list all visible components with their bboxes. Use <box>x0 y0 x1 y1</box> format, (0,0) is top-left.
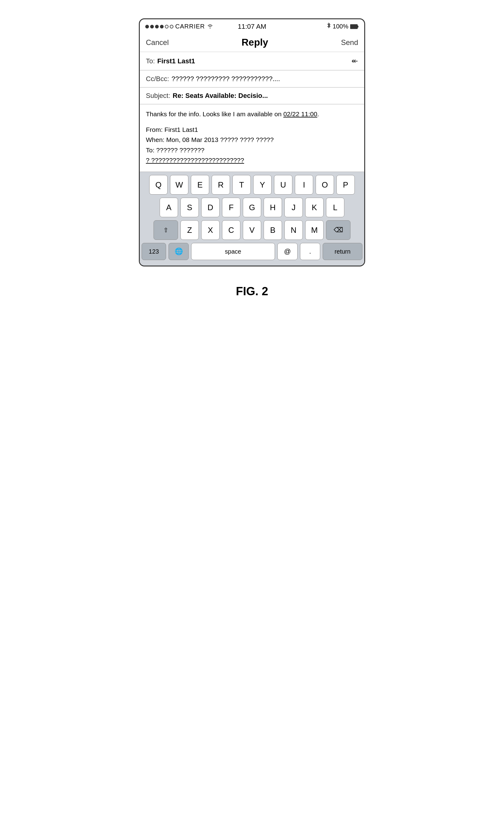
to-value[interactable]: First1 Last1 <box>157 57 348 65</box>
key-return[interactable]: return <box>323 243 362 260</box>
signal-dot-6 <box>170 25 173 28</box>
key-t[interactable]: T <box>232 175 251 195</box>
date-link[interactable]: 02/22 11:00 <box>283 110 317 118</box>
status-time: 11:07 AM <box>238 23 266 31</box>
key-x[interactable]: X <box>201 220 220 240</box>
subject-field: Subject: Re: Seats Available: Decisio... <box>140 88 364 104</box>
compose-text-end: . <box>317 110 319 118</box>
status-bar: CARRIER 11:07 AM 100% <box>140 19 364 33</box>
key-period[interactable]: . <box>300 243 320 260</box>
keyboard-row-2: A S D F G H J K L <box>142 198 362 217</box>
keyboard-row-3: ⇧ Z X C V B N M ⌫ <box>142 220 362 240</box>
key-v[interactable]: V <box>243 220 261 240</box>
key-i[interactable]: I <box>295 175 313 195</box>
quoted-to: To: ?????? ??????? <box>146 145 358 155</box>
phone-frame: CARRIER 11:07 AM 100% Cancel Reply Send … <box>139 18 365 266</box>
bluetooth-icon <box>327 22 331 31</box>
key-k[interactable]: K <box>305 198 324 217</box>
key-space[interactable]: space <box>191 243 275 260</box>
status-right: 100% <box>327 22 359 31</box>
key-r[interactable]: R <box>212 175 230 195</box>
send-button[interactable]: Send <box>341 38 358 47</box>
quoted-link[interactable]: ? ?????????????????????????? <box>146 155 358 165</box>
key-h[interactable]: H <box>264 198 282 217</box>
key-w[interactable]: W <box>170 175 189 195</box>
key-e[interactable]: E <box>191 175 209 195</box>
key-a[interactable]: A <box>160 198 178 217</box>
subject-label: Subject: <box>146 92 170 100</box>
cc-bcc-field: Cc/Bcc: ?????? ????????? ???????????.... <box>140 70 364 88</box>
keyboard: Q W E R T Y U I O P A S D F G H J K L ⇧ … <box>140 172 364 265</box>
key-globe[interactable]: 🌐 <box>169 243 189 260</box>
svg-rect-0 <box>350 25 358 29</box>
wifi-icon <box>207 23 213 31</box>
compose-text-before: Thanks for the info. Looks like I am ava… <box>146 110 283 118</box>
key-y[interactable]: Y <box>253 175 272 195</box>
quoted-block: From: First1 Last1 When: Mon, 08 Mar 201… <box>146 125 358 165</box>
keyboard-row-1: Q W E R T Y U I O P <box>142 175 362 195</box>
reply-all-icon[interactable]: ↞ <box>351 56 358 66</box>
key-delete[interactable]: ⌫ <box>326 220 350 240</box>
cc-bcc-label: Cc/Bcc: <box>146 75 169 83</box>
compose-text: Thanks for the info. Looks like I am ava… <box>146 109 358 119</box>
signal-dot-1 <box>145 25 149 28</box>
to-field: To: First1 Last1 ↞ <box>140 52 364 70</box>
battery-icon <box>350 24 359 29</box>
signal-dots <box>145 25 173 28</box>
quoted-from: From: First1 Last1 <box>146 125 358 135</box>
page-title: Reply <box>242 37 268 48</box>
key-j[interactable]: J <box>284 198 303 217</box>
subject-value[interactable]: Re: Seats Available: Decisio... <box>173 92 359 100</box>
battery-percent: 100% <box>333 23 348 30</box>
nav-bar: Cancel Reply Send <box>140 33 364 52</box>
to-label: To: <box>146 57 155 65</box>
key-123[interactable]: 123 <box>142 243 166 260</box>
key-s[interactable]: S <box>180 198 199 217</box>
key-at[interactable]: @ <box>277 243 298 260</box>
key-shift[interactable]: ⇧ <box>154 220 178 240</box>
svg-rect-1 <box>358 26 359 28</box>
key-d[interactable]: D <box>201 198 220 217</box>
carrier-label: CARRIER <box>175 23 205 30</box>
key-c[interactable]: C <box>222 220 240 240</box>
cc-bcc-value[interactable]: ?????? ????????? ???????????.... <box>172 75 358 83</box>
signal-dot-5 <box>165 25 169 28</box>
key-z[interactable]: Z <box>180 220 199 240</box>
email-body[interactable]: Thanks for the info. Looks like I am ava… <box>140 104 364 172</box>
cancel-button[interactable]: Cancel <box>146 38 169 47</box>
key-l[interactable]: L <box>326 198 344 217</box>
status-left: CARRIER <box>145 23 213 31</box>
key-o[interactable]: O <box>315 175 334 195</box>
signal-dot-3 <box>155 25 159 28</box>
quoted-when: When: Mon, 08 Mar 2013 ????? ???? ????? <box>146 135 358 145</box>
signal-dot-2 <box>150 25 154 28</box>
figure-caption: FIG. 2 <box>236 285 268 298</box>
key-f[interactable]: F <box>222 198 240 217</box>
key-g[interactable]: G <box>243 198 261 217</box>
key-b[interactable]: B <box>264 220 282 240</box>
signal-dot-4 <box>160 25 164 28</box>
key-q[interactable]: Q <box>149 175 168 195</box>
key-n[interactable]: N <box>284 220 303 240</box>
key-m[interactable]: M <box>305 220 324 240</box>
keyboard-row-4: 123 🌐 space @ . return <box>142 243 362 260</box>
key-u[interactable]: U <box>274 175 292 195</box>
key-p[interactable]: P <box>336 175 355 195</box>
